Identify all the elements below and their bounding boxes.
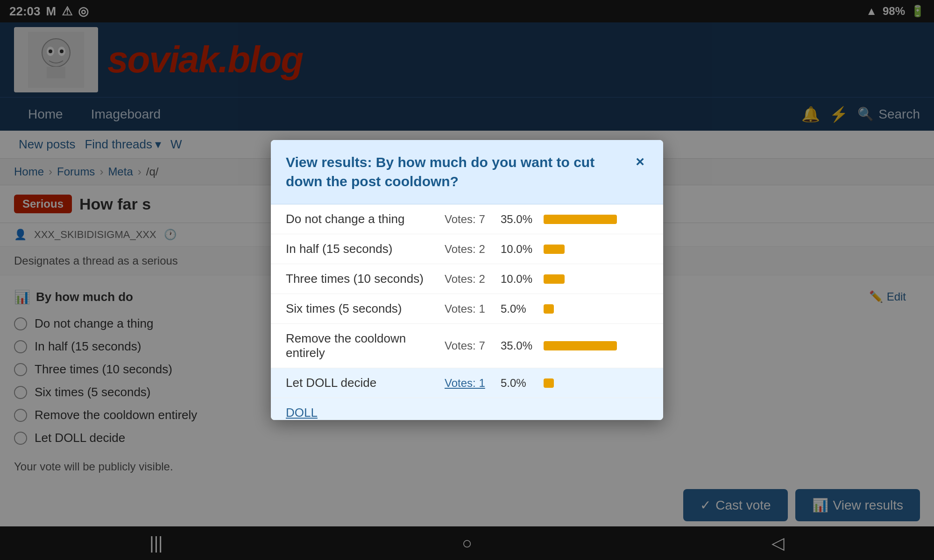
result-row-4: Remove the cooldown entirelyVotes: 735.0… [271,324,663,368]
result-votes-4: Votes: 7 [445,339,501,352]
voted-by-link[interactable]: DOLL [286,406,318,420]
result-bar-1 [544,245,565,254]
result-pct-1: 10.0% [501,243,538,256]
result-row-1: In half (15 seconds)Votes: 210.0% [271,234,663,264]
result-votes-2: Votes: 2 [445,273,501,286]
result-votes-1: Votes: 2 [445,243,501,256]
result-label-3: Six times (5 seconds) [286,301,445,316]
result-bar-container-5 [544,378,648,388]
result-pct-0: 35.0% [501,213,538,226]
result-bar-2 [544,274,565,284]
result-bar-container-0 [544,215,648,224]
result-votes-3: Votes: 1 [445,302,501,315]
modal-close-button[interactable]: × [632,153,648,170]
modal-title: View results: By how much do you want to… [286,153,622,191]
result-pct-5: 5.0% [501,377,538,390]
votes-link-5[interactable]: Votes: 1 [445,377,485,389]
result-bar-container-2 [544,274,648,284]
result-row-0: Do not change a thingVotes: 735.0% [271,204,663,234]
result-pct-4: 35.0% [501,339,538,352]
result-pct-2: 10.0% [501,273,538,286]
result-votes-5[interactable]: Votes: 1 [445,377,501,390]
results-modal: View results: By how much do you want to… [271,140,663,420]
result-bar-4 [544,341,617,350]
result-bar-3 [544,304,554,314]
modal-header: View results: By how much do you want to… [271,140,663,204]
result-pct-3: 5.0% [501,302,538,315]
result-label-4: Remove the cooldown entirely [286,331,445,360]
result-bar-container-4 [544,341,648,350]
modal-body: Do not change a thingVotes: 735.0%In hal… [271,204,663,420]
result-label-2: Three times (10 seconds) [286,272,445,286]
result-bar-container-1 [544,245,648,254]
result-votes-0: Votes: 7 [445,213,501,226]
result-bar-5 [544,378,554,388]
voted-by-row: DOLL [271,398,663,420]
result-label-5: Let DOLL decide [286,376,445,390]
result-row-5: Let DOLL decideVotes: 15.0% [271,368,663,398]
result-bar-0 [544,215,617,224]
result-bar-container-3 [544,304,648,314]
result-label-0: Do not change a thing [286,212,445,226]
result-row-2: Three times (10 seconds)Votes: 210.0% [271,264,663,294]
result-row-3: Six times (5 seconds)Votes: 15.0% [271,294,663,324]
result-label-1: In half (15 seconds) [286,242,445,256]
